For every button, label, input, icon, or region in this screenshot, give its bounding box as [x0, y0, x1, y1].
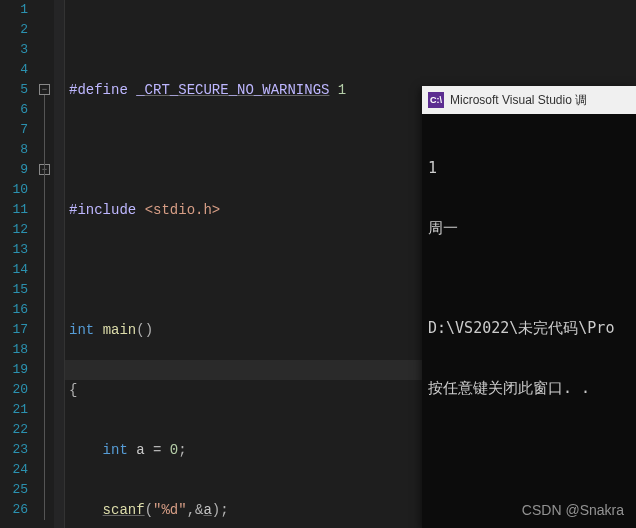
line-number: 8 [0, 140, 28, 160]
line-number: 22 [0, 420, 28, 440]
line-number: 20 [0, 380, 28, 400]
line-number: 16 [0, 300, 28, 320]
line-number: 18 [0, 340, 28, 360]
line-number: 6 [0, 100, 28, 120]
line-number: 9 [0, 160, 28, 180]
line-number: 15 [0, 280, 28, 300]
line-number: 5 [0, 80, 28, 100]
line-number: 26 [0, 500, 28, 520]
line-numbers: 1234567891011121314151617181920212223242… [0, 0, 36, 528]
line-number: 12 [0, 220, 28, 240]
watermark: CSDN @Snakra [522, 502, 624, 518]
line-number: 7 [0, 120, 28, 140]
fold-column: − − [36, 0, 54, 528]
line-number: 24 [0, 460, 28, 480]
console-titlebar[interactable]: C:\ Microsoft Visual Studio 调 [422, 86, 636, 114]
console-output: 1 周一 D:\VS2022\未完代码\Pro 按任意键关闭此窗口. . [422, 114, 636, 442]
line-number: 11 [0, 200, 28, 220]
line-number: 17 [0, 320, 28, 340]
line-number: 14 [0, 260, 28, 280]
fold-toggle-main[interactable]: − [39, 84, 50, 95]
console-title: Microsoft Visual Studio 调 [450, 92, 587, 109]
gutter: 1234567891011121314151617181920212223242… [0, 0, 65, 528]
line-number: 21 [0, 400, 28, 420]
line-number: 23 [0, 440, 28, 460]
line-number: 3 [0, 40, 28, 60]
line-number: 2 [0, 20, 28, 40]
line-number: 19 [0, 360, 28, 380]
vs-icon: C:\ [428, 92, 444, 108]
line-number: 13 [0, 240, 28, 260]
line-number: 4 [0, 60, 28, 80]
console-window[interactable]: C:\ Microsoft Visual Studio 调 1 周一 D:\VS… [422, 86, 636, 528]
line-number: 10 [0, 180, 28, 200]
margin-guide [54, 0, 64, 528]
line-number: 25 [0, 480, 28, 500]
line-number: 1 [0, 0, 28, 20]
